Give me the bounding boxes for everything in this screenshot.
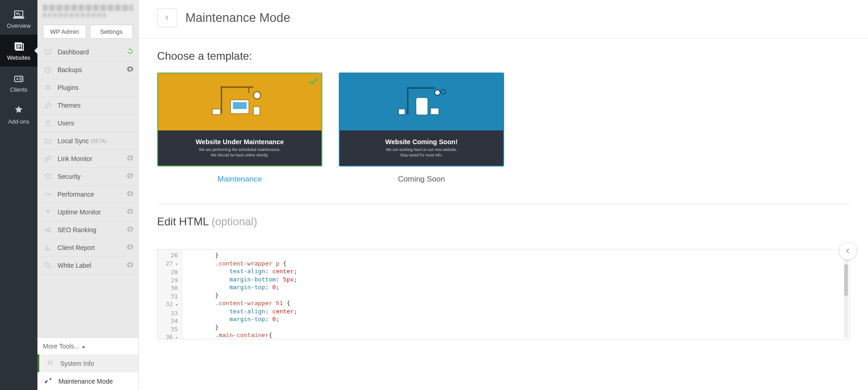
sidebar: WP Admin Settings DashboardBackupsPlugin… — [37, 0, 139, 390]
beta-badge: (BETA) — [90, 138, 106, 144]
more-tools-toggle[interactable]: More Tools... ▲ — [37, 338, 138, 354]
code-line[interactable]: .content-wrapper h1 { — [187, 299, 298, 307]
template-line1: We are performing the scheduled maintena… — [199, 147, 281, 152]
clock-icon — [43, 66, 53, 74]
code-line[interactable]: margin-bottom: 5px; — [187, 276, 298, 284]
sidebar-item-themes[interactable]: Themes — [37, 97, 138, 114]
code-line[interactable]: margin-top: 0; — [187, 315, 298, 323]
sidebar-item-seo-ranking[interactable]: SEO Ranking — [37, 221, 138, 239]
code-line[interactable]: } — [187, 323, 298, 332]
caret-up-icon: ▲ — [81, 344, 86, 349]
svg-point-16 — [435, 90, 440, 95]
code-line[interactable]: margin-top: 0; — [187, 283, 298, 291]
gear-icon[interactable] — [126, 244, 134, 252]
rail-clients[interactable]: Clients — [0, 67, 37, 99]
sidebar-item-label: Dashboard — [58, 48, 89, 56]
sidebar-item-backups[interactable]: Backups — [37, 61, 138, 79]
editor-scrollbar[interactable] — [844, 250, 848, 338]
brush-icon — [43, 101, 53, 109]
template-card-coming-soon[interactable]: Website Coming Soon! We are working hard… — [339, 73, 504, 184]
sidebar-item-performance[interactable]: Performance — [37, 186, 138, 203]
line-number: 26 — [166, 251, 178, 260]
sidebar-item-white-label[interactable]: White Label — [37, 257, 138, 275]
line-number: 36 — [166, 333, 178, 339]
template-label: Coming Soon — [339, 166, 504, 184]
sub-maintenance-mode-label: Maintenance Mode — [58, 378, 113, 385]
shield-icon — [43, 172, 53, 181]
settings-button[interactable]: Settings — [90, 25, 133, 39]
editor-scroll-thumb[interactable] — [844, 264, 848, 296]
sub-system-info[interactable]: System Info — [37, 354, 138, 372]
line-number: 29 — [166, 276, 178, 285]
code-line[interactable]: display: table; — [187, 339, 298, 340]
gear-icon[interactable] — [126, 172, 134, 181]
gear-icon[interactable] — [126, 261, 134, 270]
sidebar-item-label: Uptime Monitor — [58, 208, 101, 216]
clients-icon — [12, 73, 25, 84]
code-line[interactable]: text-align: center; — [187, 267, 298, 276]
gear-icon[interactable] — [126, 155, 134, 163]
code-line[interactable]: } — [187, 291, 298, 300]
sub-maintenance-mode[interactable]: Maintenance Mode — [37, 372, 138, 390]
editor-code[interactable]: } .content-wrapper p { text-align: cente… — [182, 250, 302, 339]
sidebar-item-link-monitor[interactable]: Link Monitor — [37, 150, 138, 168]
link-icon — [43, 155, 53, 163]
gear-icon[interactable] — [126, 66, 134, 74]
sidebar-item-label: Plugins — [58, 84, 79, 91]
code-line[interactable]: .content-wrapper p { — [187, 260, 298, 268]
gauge-icon — [43, 190, 53, 198]
page-title: Maintenance Mode — [185, 11, 290, 25]
sidebar-item-label: Local Sync — [58, 137, 89, 145]
check-icon — [308, 75, 320, 87]
sidebar-item-label: White Label — [58, 262, 91, 269]
sidebar-item-label: Backups — [58, 66, 82, 73]
template-line2: We should be back online shortly. — [211, 153, 268, 157]
user-icon — [43, 119, 53, 127]
panel-collapse-button[interactable] — [839, 242, 857, 260]
sidebar-item-label: SEO Ranking — [58, 226, 96, 234]
mega-icon — [43, 226, 53, 234]
rail-overview-label: Overview — [7, 23, 31, 29]
gear-icon[interactable] — [126, 208, 134, 217]
back-button[interactable] — [157, 8, 177, 27]
addons-icon — [12, 105, 25, 116]
rail-websites[interactable]: Websites — [0, 35, 37, 67]
topbar: Maintenance Mode — [139, 0, 868, 39]
chevron-left-icon — [844, 247, 852, 255]
sidebar-item-dashboard[interactable]: Dashboard — [37, 43, 138, 61]
rail-overview[interactable]: Overview — [0, 3, 37, 35]
sidebar-item-client-report[interactable]: Client Report — [37, 239, 138, 257]
code-line[interactable]: .main-container{ — [187, 331, 298, 339]
svg-point-1 — [16, 78, 18, 80]
code-line[interactable]: } — [187, 251, 298, 260]
sidebar-item-uptime-monitor[interactable]: Uptime Monitor — [37, 203, 138, 221]
sub-system-info-label: System Info — [60, 360, 94, 367]
plug-icon — [43, 83, 53, 92]
sidebar-item-users[interactable]: Users — [37, 114, 138, 132]
sidebar-item-security[interactable]: Security — [37, 168, 138, 186]
sidebar-item-local-sync[interactable]: Local Sync(BETA) — [37, 132, 138, 150]
html-editor[interactable]: 26272829303132333435363738 } .content-wr… — [157, 249, 850, 339]
up-icon — [43, 208, 53, 216]
line-number: 28 — [166, 268, 178, 276]
list-icon — [47, 359, 57, 368]
gear-icon[interactable] — [126, 226, 134, 234]
sidebar-item-plugins[interactable]: Plugins — [37, 79, 138, 97]
gear-icon[interactable] — [126, 190, 134, 199]
svg-rect-13 — [416, 98, 428, 115]
svg-rect-11 — [212, 109, 221, 114]
template-card-maintenance[interactable]: Website Under Maintenance We are perform… — [157, 73, 322, 184]
svg-rect-12 — [253, 107, 260, 115]
svg-rect-6 — [233, 102, 247, 109]
rail-addons[interactable]: Add-ons — [0, 99, 37, 130]
wp-admin-button[interactable]: WP Admin — [43, 25, 86, 39]
site-header — [37, 0, 138, 22]
line-number: 32 — [166, 300, 178, 309]
sidebar-item-label: Themes — [58, 102, 81, 109]
template-headline: Website Coming Soon! — [385, 138, 458, 146]
edit-html-title: Edit HTML (optional) — [157, 215, 850, 228]
refresh-icon[interactable] — [126, 48, 134, 57]
websites-icon — [12, 41, 25, 52]
code-line[interactable]: text-align: center; — [187, 307, 298, 316]
line-number: 35 — [166, 325, 178, 333]
